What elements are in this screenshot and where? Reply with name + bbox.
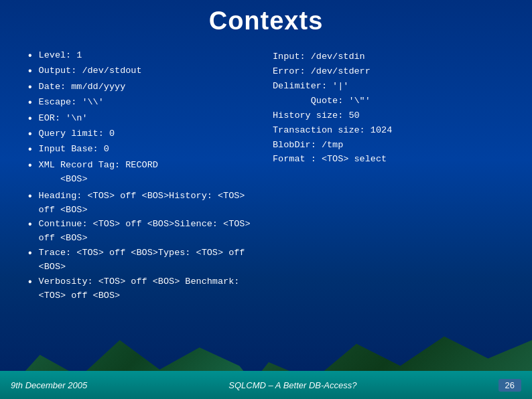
bullet-icon: • xyxy=(27,80,34,95)
list-item: • Heading: <TOS> off <BOS>History: <TOS>… xyxy=(27,189,259,218)
item-text: Escape: '\\' xyxy=(39,96,259,110)
right-line: History size: 50 xyxy=(273,109,505,123)
format-line: Format : <TOS> select xyxy=(273,153,505,167)
content: Contexts • Level: 1 • Output: /dev/stdou… xyxy=(0,0,532,304)
item-text: Query limit: 0 xyxy=(39,127,259,141)
list-item: • Date: mm/dd/yyyy xyxy=(27,80,259,95)
bottom-bullets-left: • Heading: <TOS> off <BOS>History: <TOS>… xyxy=(27,189,259,303)
item-text: Input Base: 0 xyxy=(39,143,259,157)
bullet-icon: • xyxy=(27,49,34,64)
bullet-icon: • xyxy=(27,112,34,127)
slide: Contexts • Level: 1 • Output: /dev/stdou… xyxy=(0,0,532,399)
item-text: Heading: <TOS> off <BOS>History: <TOS> o… xyxy=(39,189,259,218)
list-item: • Level: 1 xyxy=(27,49,259,64)
item-text: Output: /dev/stdout xyxy=(39,64,259,78)
list-item: • EOR: '\n' xyxy=(27,112,259,127)
list-item: • Input Base: 0 xyxy=(27,143,259,157)
list-item: • Query limit: 0 xyxy=(27,127,259,142)
main-content: • Level: 1 • Output: /dev/stdout • Date:… xyxy=(27,49,505,304)
footer-date: 9th December 2005 xyxy=(11,380,87,390)
item-text: Level: 1 xyxy=(39,49,259,63)
right-line: Input: /dev/stdin xyxy=(273,50,505,64)
footer-title: SQLCMD – A Better DB-Access? xyxy=(228,380,356,390)
right-line: Delimiter: '|' xyxy=(273,80,505,94)
right-line: Transaction size: 1024 xyxy=(273,124,505,138)
item-text: Continue: <TOS> off <BOS>Silence: <TOS> … xyxy=(39,218,259,246)
bullet-icon: • xyxy=(27,64,34,79)
item-text: XML Record Tag: RECORD <BOS> xyxy=(39,159,259,187)
bottom-bullet-list: • Heading: <TOS> off <BOS>History: <TOS>… xyxy=(27,189,259,303)
right-block: Input: /dev/stdin Error: /dev/stderr Del… xyxy=(273,49,505,167)
footer-bar: 9th December 2005 SQLCMD – A Better DB-A… xyxy=(0,371,532,399)
right-line: BlobDir: /tmp xyxy=(273,139,505,153)
list-item: • Output: /dev/stdout xyxy=(27,64,259,79)
left-column: • Level: 1 • Output: /dev/stdout • Date:… xyxy=(27,49,266,304)
list-item: • Trace: <TOS> off <BOS>Types: <TOS> off… xyxy=(27,246,259,274)
item-text: EOR: '\n' xyxy=(39,112,259,126)
bullet-icon: • xyxy=(27,127,34,142)
bullet-icon: • xyxy=(27,143,34,157)
bullet-icon: • xyxy=(27,218,34,232)
bullet-icon: • xyxy=(27,246,34,261)
right-column: Input: /dev/stdin Error: /dev/stderr Del… xyxy=(266,49,505,304)
footer-page: 26 xyxy=(498,379,521,392)
list-item: • XML Record Tag: RECORD <BOS> xyxy=(27,159,259,187)
item-text: Date: mm/dd/yyyy xyxy=(39,80,259,94)
left-bullet-list: • Level: 1 • Output: /dev/stdout • Date:… xyxy=(27,49,259,187)
bullet-icon: • xyxy=(27,96,34,110)
item-text: Verbosity: <TOS> off <BOS> Benchmark: <T… xyxy=(39,275,259,303)
list-item: • Continue: <TOS> off <BOS>Silence: <TOS… xyxy=(27,218,259,246)
list-item: • Verbosity: <TOS> off <BOS> Benchmark: … xyxy=(27,275,259,303)
slide-title: Contexts xyxy=(27,7,505,35)
item-text: Trace: <TOS> off <BOS>Types: <TOS> off <… xyxy=(39,246,259,274)
bullet-icon: • xyxy=(27,189,34,204)
bullet-icon: • xyxy=(27,275,34,290)
right-line: Error: /dev/stderr xyxy=(273,65,505,79)
list-item: • Escape: '\\' xyxy=(27,96,259,110)
right-line: Quote: '\"' xyxy=(273,94,505,108)
bullet-icon: • xyxy=(27,159,34,173)
